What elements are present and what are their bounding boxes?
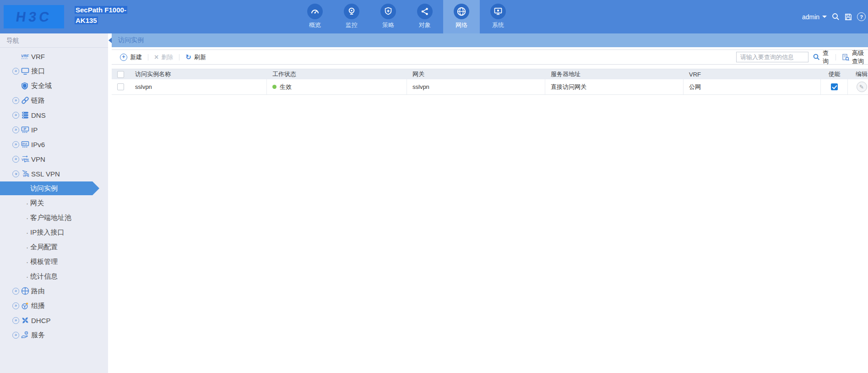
- sidebar-subitem-label: 访问实例: [30, 184, 58, 193]
- collapse-chevron-icon[interactable]: »: [12, 170, 19, 177]
- sidebar-item-label: 安全域: [31, 82, 52, 90]
- sidebar-item-ipv6[interactable]: »IPv6IPv6: [0, 137, 108, 152]
- expand-chevron-icon[interactable]: »: [12, 141, 19, 148]
- advanced-query-button[interactable]: 高级查询: [842, 49, 868, 66]
- expand-chevron-icon[interactable]: »: [12, 317, 19, 324]
- search-icon[interactable]: [832, 13, 840, 21]
- sidebar-item-multicast[interactable]: »组播: [0, 298, 108, 313]
- vrf-icon: VRF: [21, 53, 31, 60]
- top-nav-network[interactable]: 网络: [443, 0, 480, 33]
- sidebar-item-dns[interactable]: »DNS: [0, 108, 108, 122]
- enable-checkbox[interactable]: [831, 83, 838, 90]
- dns-icon: [21, 111, 31, 119]
- sidebar-subitem-access-instance[interactable]: ·访问实例: [0, 181, 108, 196]
- expand-slot: »: [12, 141, 21, 148]
- sidebar-item-label: 路由: [31, 287, 45, 296]
- device-title: SecPath F1000- AK135: [75, 5, 139, 26]
- user-name: admin: [802, 13, 819, 21]
- sidebar-item-security-zone[interactable]: 安全域: [0, 78, 108, 93]
- h3c-logo: H3C: [4, 5, 64, 28]
- expand-slot: »: [12, 317, 21, 324]
- sidebar-item-vpn[interactable]: »VPNVPN: [0, 152, 108, 166]
- sidebar-item-route[interactable]: »路由: [0, 284, 108, 298]
- sidebar-item-label: IPv6: [31, 141, 45, 148]
- sidebar-item-label: 接口: [31, 67, 45, 76]
- instance-name-cell: sslvpn: [130, 79, 267, 94]
- expand-chevron-icon[interactable]: »: [12, 126, 19, 133]
- sidebar-subitem-global-config[interactable]: ·全局配置: [0, 240, 108, 254]
- column-header-2: 工作状态: [267, 69, 407, 79]
- sidebar-item-label: 服务: [31, 331, 45, 340]
- ipv6-icon: IPv6: [21, 141, 31, 148]
- top-bar-right: admin ?: [802, 0, 868, 33]
- globe-icon: [454, 4, 469, 19]
- expand-slot: »: [12, 288, 21, 295]
- expand-chevron-icon[interactable]: »: [12, 332, 19, 339]
- x-icon: ×: [154, 54, 158, 60]
- sidebar-item-dhcp[interactable]: »DHCP: [0, 313, 108, 328]
- expand-chevron-icon[interactable]: »: [12, 112, 19, 119]
- top-nav-objects[interactable]: 对象: [407, 0, 443, 33]
- system-monitor-icon: [490, 4, 506, 19]
- header-select-cell: [112, 69, 130, 79]
- sidebar-nav-list: VRFVRF»接口安全域»链路»DNS»IPIP»IPv6IPv6»VPNVPN…: [0, 48, 108, 342]
- expand-chevron-icon[interactable]: »: [12, 68, 19, 75]
- expand-chevron-icon[interactable]: »: [12, 302, 19, 309]
- expand-chevron-icon[interactable]: »: [12, 97, 19, 104]
- sidebar-item-link[interactable]: »链路: [0, 93, 108, 108]
- breadcrumb-bar: 访问实例: [112, 33, 868, 47]
- delete-button[interactable]: × 删除: [154, 53, 173, 61]
- interface-icon: [21, 67, 31, 75]
- enable-cell: [821, 79, 848, 94]
- help-icon[interactable]: ?: [857, 12, 866, 21]
- svg-text:IPv6: IPv6: [22, 143, 27, 145]
- vpn-icon: VPN: [21, 155, 31, 163]
- expand-slot: »: [12, 156, 21, 163]
- status-dot: [272, 85, 277, 89]
- refresh-icon: ↻: [185, 54, 191, 60]
- sidebar-subitem-label: 网关: [30, 199, 44, 208]
- bullet-dot: ·: [26, 214, 30, 222]
- toolbar: + 新建 × 删除 ↻ 刷新 查询 高级查: [112, 49, 868, 65]
- plus-circle-icon: +: [120, 54, 127, 61]
- edit-button[interactable]: ✎: [857, 82, 867, 92]
- expand-slot: »: [12, 97, 21, 104]
- sidebar-item-label: DHCP: [31, 317, 51, 324]
- refresh-button[interactable]: ↻ 刷新: [185, 53, 206, 61]
- user-menu[interactable]: admin: [802, 13, 827, 21]
- top-nav-policies[interactable]: 策略: [370, 0, 407, 33]
- sidebar-item-ip[interactable]: »IPIP: [0, 122, 108, 137]
- search-input[interactable]: [736, 52, 808, 62]
- new-button[interactable]: + 新建: [120, 53, 142, 61]
- sidebar-subitem-ip-access-interface[interactable]: ·IP接入接口: [0, 225, 108, 240]
- sidebar-item-label: VPN: [31, 155, 45, 163]
- expand-chevron-icon[interactable]: »: [12, 288, 19, 295]
- top-nav-monitoring[interactable]: 监控: [333, 0, 370, 33]
- table-row[interactable]: sslvpn生效sslvpn直接访问网关公网✎: [112, 79, 868, 95]
- sidebar-item-vrf[interactable]: VRFVRF: [0, 49, 108, 64]
- sidebar-subitem-client-address-pool[interactable]: ·客户端地址池: [0, 210, 108, 225]
- sidebar-collapse-button[interactable]: [108, 38, 112, 43]
- new-button-label: 新建: [130, 53, 142, 61]
- sidebar-item-ssl-vpn[interactable]: »VPNSSL VPN: [0, 166, 108, 181]
- top-nav-system[interactable]: 系统: [480, 0, 516, 33]
- expand-slot: »: [12, 112, 21, 119]
- sidebar-item-service[interactable]: »服务: [0, 328, 108, 342]
- top-nav-overview[interactable]: 概览: [297, 0, 333, 33]
- sidebar-subitem-template-management[interactable]: ·模板管理: [0, 254, 108, 269]
- save-icon[interactable]: [845, 13, 852, 21]
- sidebar-item-label: 组播: [31, 302, 45, 310]
- delete-button-label: 删除: [161, 53, 173, 61]
- sidebar-subitem-statistics[interactable]: ·统计信息: [0, 269, 108, 284]
- query-button[interactable]: 查询: [813, 49, 830, 66]
- expand-chevron-icon[interactable]: »: [12, 156, 19, 163]
- top-nav: 概览监控策略对象网络系统: [297, 0, 516, 33]
- sslvpn-icon: VPN: [21, 170, 31, 177]
- sidebar-item-interface[interactable]: »接口: [0, 64, 108, 78]
- select-all-checkbox[interactable]: [117, 71, 124, 78]
- sidebar-subitem-gateway[interactable]: ·网关: [0, 196, 108, 210]
- top-nav-system-label: 系统: [492, 21, 504, 29]
- row-select-checkbox[interactable]: [117, 83, 124, 90]
- pencil-icon: ✎: [859, 84, 864, 90]
- gateway-cell: sslvpn: [407, 79, 545, 94]
